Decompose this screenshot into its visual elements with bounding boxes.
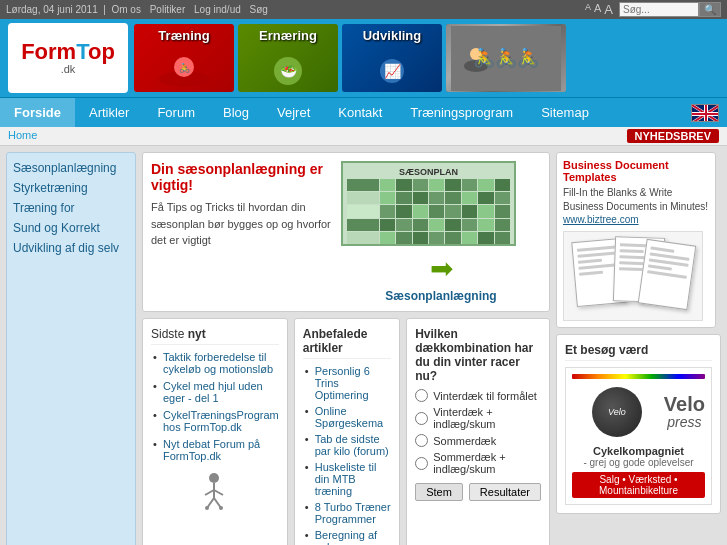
rainbow-bar — [572, 374, 705, 379]
season-spreadsheet: SÆSONPLAN — [341, 161, 516, 246]
ad-url[interactable]: www.biztree.com — [563, 214, 639, 225]
banner-training[interactable]: Træning 🚴 — [134, 24, 234, 92]
list-item: Online Spørgeskema — [303, 405, 391, 429]
nyhedsbrev-button[interactable]: NYHEDSBREV — [627, 129, 719, 143]
svg-text:🚴: 🚴 — [179, 62, 191, 74]
velo-button[interactable]: Salg • Værksted • Mountainbikelture — [572, 472, 705, 498]
top-link-sog[interactable]: Søg — [250, 4, 268, 15]
sidebar-link-saesonplanlaegning[interactable]: Sæsonplanlægning — [13, 161, 129, 175]
rec-link-2[interactable]: Tab de sidste par kilo (forum) — [315, 433, 389, 457]
news-link-0[interactable]: Taktik forberedelse til cykeløb og motio… — [163, 351, 273, 375]
svg-line-23 — [214, 490, 223, 495]
ad-document-image — [563, 231, 703, 321]
poll-option-1: Vinterdæk + indlæg/skum — [415, 406, 541, 430]
nav: Forside Artikler Forum Blog Vejret Konta… — [0, 97, 727, 127]
nav-item-forside[interactable]: Forside — [0, 98, 75, 127]
rec-link-1[interactable]: Online Spørgeskema — [315, 405, 383, 429]
ad-line1: Fill-In the Blanks & Write — [563, 186, 709, 200]
rec-link-0[interactable]: Personlig 6 Trins Optimering — [315, 365, 370, 401]
top-link-politiker[interactable]: Politiker — [150, 4, 186, 15]
stem-button[interactable]: Stem — [415, 483, 463, 501]
banner-nutrition-label: Ernæring — [255, 24, 321, 45]
list-item: Nyt debat Forum på FormTop.dk — [151, 438, 279, 462]
nav-item-sitemap[interactable]: Sitemap — [527, 98, 603, 127]
top-bar-date: Lørdag, 04 juni 2011 — [6, 4, 98, 15]
nav-item-artikler[interactable]: Artikler — [75, 98, 143, 127]
ad-line2: Business Documents in Minutes! — [563, 200, 709, 214]
svg-text:📈: 📈 — [384, 63, 402, 80]
search-input[interactable] — [619, 2, 699, 17]
banner-nutrition[interactable]: Ernæring 🥗 — [238, 24, 338, 92]
header-banners: Træning 🚴 Ernæring 🥗 Udvikling — [134, 24, 719, 92]
velo-logo-area: Velo Velo press — [572, 383, 705, 441]
search-button[interactable]: 🔍 — [699, 2, 721, 17]
news-link-2[interactable]: CykelTræningsProgram hos FormTop.dk — [163, 409, 279, 433]
svg-point-20 — [209, 473, 219, 483]
last-news-list: Taktik forberedelse til cykeløb og motio… — [151, 351, 279, 462]
nav-item-kontakt[interactable]: Kontakt — [324, 98, 396, 127]
velo-tagline: Cykelkompagniet — [572, 445, 705, 457]
list-item: Huskeliste til din MTB træning — [303, 461, 391, 497]
breadcrumb: Home — [8, 129, 37, 143]
top-bar: Lørdag, 04 juni 2011 | Om os Politiker L… — [0, 0, 727, 19]
news-link-3[interactable]: Nyt debat Forum på FormTop.dk — [163, 438, 260, 462]
cyclist-icon-news — [151, 470, 279, 513]
font-size-large[interactable]: A — [604, 2, 613, 17]
nav-item-vejret[interactable]: Vejret — [263, 98, 324, 127]
breadcrumb-bar: Home NYHEDSBREV — [0, 127, 727, 146]
logo-sub: .dk — [21, 63, 115, 75]
velo-ad[interactable]: Velo Velo press Cykelkompagniet - grej o… — [565, 367, 712, 505]
poll-label-1: Vinterdæk + indlæg/skum — [433, 406, 541, 430]
rec-link-3[interactable]: Huskeliste til din MTB træning — [315, 461, 377, 497]
cyclist-svg — [197, 470, 232, 510]
banner-cycling[interactable]: 🚴🚴🚴 — [446, 24, 566, 92]
top-link-login[interactable]: Log ind/ud — [194, 4, 241, 15]
ad-title: Business Document Templates — [563, 159, 709, 183]
list-item: Taktik forberedelse til cykeløb og motio… — [151, 351, 279, 375]
rec-link-5[interactable]: Beregning af pulszoner — [315, 529, 377, 545]
sidebar-link-udvikling[interactable]: Udvikling af dig selv — [13, 241, 129, 255]
green-arrow: ➡ — [341, 252, 541, 285]
banner-development[interactable]: Udvikling 📈 — [342, 24, 442, 92]
breadcrumb-home[interactable]: Home — [8, 129, 37, 141]
recommended-list: Personlig 6 Trins Optimering Online Spør… — [303, 365, 391, 545]
list-item: Beregning af pulszoner — [303, 529, 391, 545]
svg-line-22 — [205, 490, 214, 495]
poll-radio-0[interactable] — [415, 389, 428, 402]
bottom-section: Sidste nyt Taktik forberedelse til cykel… — [142, 318, 550, 545]
last-news-heading: Sidste nyt — [151, 327, 279, 345]
list-item: Tab de sidste par kilo (forum) — [303, 433, 391, 457]
poll-label-0: Vinterdæk til formålet — [433, 390, 537, 402]
main-wrapper: Sæsonplanlægning Styrketræning Træning f… — [0, 146, 727, 545]
sidebar-link-sund-korrekt[interactable]: Sund og Korrekt — [13, 221, 129, 235]
velo-sub: - grej og gode oplevelser — [572, 457, 705, 468]
banner-training-img: 🚴 — [134, 45, 234, 92]
nav-item-traeningsprogram[interactable]: Træningsprogram — [396, 98, 527, 127]
season-link[interactable]: Sæsonplanlægning — [341, 289, 541, 303]
svg-rect-19 — [692, 113, 719, 115]
resultater-button[interactable]: Resultater — [469, 483, 541, 501]
velo-circle: Velo — [592, 387, 642, 437]
font-size-medium[interactable]: A — [594, 2, 601, 17]
nav-item-blog[interactable]: Blog — [209, 98, 263, 127]
poll-radio-1[interactable] — [415, 412, 428, 425]
top-link-omos[interactable]: Om os — [111, 4, 140, 15]
center-content: Din sæsonplanlægning er vigtig! Få Tips … — [142, 152, 550, 545]
nav-item-forum[interactable]: Forum — [143, 98, 209, 127]
sidebar-link-styrketraening[interactable]: Styrketræning — [13, 181, 129, 195]
news-link-1[interactable]: Cykel med hjul uden eger - del 1 — [163, 380, 263, 404]
sidebar-link-traening-for[interactable]: Træning for — [13, 201, 129, 215]
flag-icon — [691, 104, 719, 122]
banner-development-img: 📈 — [342, 45, 442, 92]
visit-col: Et besøg værd Velo Velo press Cykelkompa… — [556, 334, 721, 514]
recommended-col: Anbefalede artikler Personlig 6 Trins Op… — [294, 318, 400, 545]
season-description: Få Tips og Tricks til hvordan din sæsonp… — [151, 199, 331, 249]
velo-text: Velo press — [664, 394, 705, 430]
logo[interactable]: FormTop .dk — [8, 23, 128, 93]
list-item: Personlig 6 Trins Optimering — [303, 365, 391, 401]
season-title: Din sæsonplanlægning er vigtig! — [151, 161, 331, 193]
font-size-small[interactable]: A — [585, 2, 591, 17]
poll-radio-2[interactable] — [415, 434, 428, 447]
poll-radio-3[interactable] — [415, 457, 428, 470]
rec-link-4[interactable]: 8 Turbo Træner Programmer — [315, 501, 391, 525]
